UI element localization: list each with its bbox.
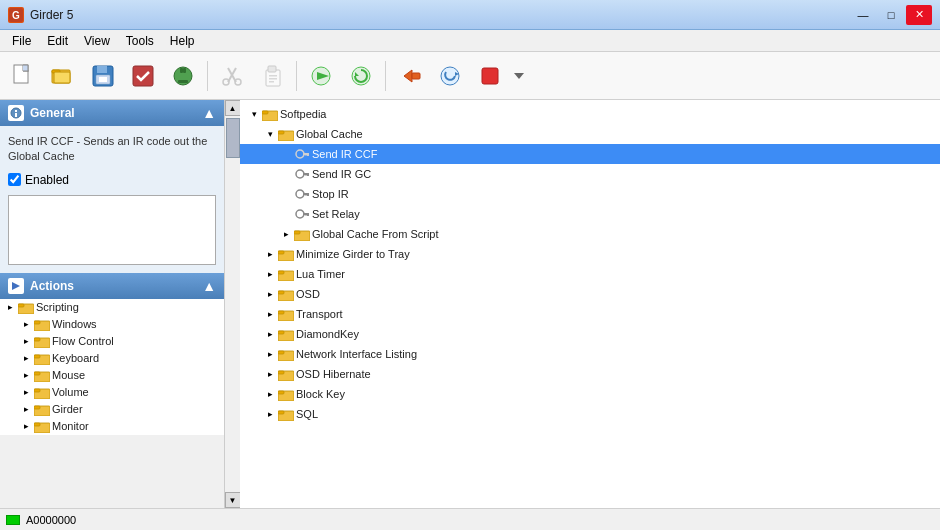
actions-icon [8, 278, 24, 294]
dropdown-button[interactable] [511, 57, 527, 95]
toolbar [0, 52, 940, 100]
expand-global-cache-icon[interactable]: ▾ [264, 128, 276, 140]
expand-gc-script-icon[interactable]: ▸ [280, 228, 292, 240]
general-icon [8, 105, 24, 121]
record-button[interactable] [302, 57, 340, 95]
general-section-header[interactable]: General ▲ [0, 100, 224, 126]
expand-windows-icon[interactable]: ▸ [20, 318, 32, 330]
expand-monitor-icon[interactable]: ▸ [20, 420, 32, 432]
svg-rect-13 [183, 68, 186, 73]
tree-stop-ir-label: Stop IR [312, 188, 349, 200]
save-button[interactable] [84, 57, 122, 95]
tree-gc-script-label: Global Cache From Script [312, 228, 439, 240]
svg-rect-5 [54, 72, 70, 83]
actions-collapse-icon[interactable]: ▲ [202, 278, 216, 294]
tree-sql[interactable]: ▸ SQL [240, 404, 940, 424]
action-scripting[interactable]: ▸ Scripting [0, 299, 224, 316]
tree-global-cache-label: Global Cache [296, 128, 363, 140]
tree-lua-timer[interactable]: ▸ Lua Timer [240, 264, 940, 284]
expand-flow-icon[interactable]: ▸ [20, 335, 32, 347]
expand-girder-icon[interactable]: ▸ [20, 403, 32, 415]
expand-sql-icon[interactable]: ▸ [264, 408, 276, 420]
plugin-button[interactable] [164, 57, 202, 95]
tree-network-interface[interactable]: ▸ Network Interface Listing [240, 344, 940, 364]
expand-lua-icon[interactable]: ▸ [264, 268, 276, 280]
folder-osd-hibernate-icon [278, 368, 294, 381]
menu-bar: File Edit View Tools Help [0, 30, 940, 52]
tree-network-label: Network Interface Listing [296, 348, 417, 360]
svg-rect-93 [278, 411, 284, 414]
action-girder[interactable]: ▸ Girder [0, 401, 224, 418]
stop-button[interactable] [471, 57, 509, 95]
expand-block-key-icon[interactable]: ▸ [264, 388, 276, 400]
scroll-up-button[interactable]: ▲ [225, 100, 241, 116]
folder-keyboard-icon [34, 352, 50, 365]
scroll-thumb[interactable] [226, 118, 240, 158]
window-title: Girder 5 [30, 8, 73, 22]
expand-softpedia-icon[interactable]: ▾ [248, 108, 260, 120]
tree-gc-from-script[interactable]: ▸ Global Cache From Script [240, 224, 940, 244]
back-button[interactable] [391, 57, 429, 95]
tree-softpedia[interactable]: ▾ Softpedia [240, 104, 940, 124]
svg-rect-77 [278, 251, 284, 254]
action-keyboard[interactable]: ▸ Keyboard [0, 350, 224, 367]
tree-send-ir-ccf[interactable]: ▸ Send IR CCF [240, 144, 940, 164]
check-button[interactable] [124, 57, 162, 95]
action-windows[interactable]: ▸ Windows [0, 316, 224, 333]
svg-rect-49 [34, 389, 40, 392]
menu-view[interactable]: View [76, 32, 118, 50]
folder-mouse-icon [34, 369, 50, 382]
menu-tools[interactable]: Tools [118, 32, 162, 50]
action-flow-control[interactable]: ▸ Flow Control [0, 333, 224, 350]
close-button[interactable]: ✕ [906, 5, 932, 25]
tree-softpedia-label: Softpedia [280, 108, 326, 120]
maximize-button[interactable]: □ [878, 5, 904, 25]
expand-mouse-icon[interactable]: ▸ [20, 369, 32, 381]
expand-keyboard-icon[interactable]: ▸ [20, 352, 32, 364]
scroll-down-button[interactable]: ▼ [225, 492, 241, 508]
new-button[interactable] [4, 57, 42, 95]
tree-global-cache[interactable]: ▾ Global Cache [240, 124, 940, 144]
action-monitor[interactable]: ▸ Monitor [0, 418, 224, 435]
tree-transport[interactable]: ▸ Transport [240, 304, 940, 324]
general-collapse-icon[interactable]: ▲ [202, 105, 216, 121]
minimize-button[interactable]: — [850, 5, 876, 25]
expand-diamond-icon[interactable]: ▸ [264, 328, 276, 340]
menu-edit[interactable]: Edit [39, 32, 76, 50]
tree-send-ir-gc[interactable]: ▸ Send IR GC [240, 164, 940, 184]
svg-rect-39 [18, 304, 24, 307]
action-mouse-label: Mouse [52, 369, 85, 381]
expand-network-icon[interactable]: ▸ [264, 348, 276, 360]
refresh-button[interactable] [342, 57, 380, 95]
open-button[interactable] [44, 57, 82, 95]
expand-scripting-icon[interactable]: ▸ [4, 301, 16, 313]
actions-section-header[interactable]: Actions ▲ [0, 273, 224, 299]
tree-minimize-girder[interactable]: ▸ Minimize Girder to Tray [240, 244, 940, 264]
cut-button[interactable] [213, 57, 251, 95]
expand-min-girder-icon[interactable]: ▸ [264, 248, 276, 260]
svg-rect-72 [307, 213, 309, 216]
svg-rect-60 [307, 153, 309, 156]
paste-button[interactable] [253, 57, 291, 95]
nav-refresh-button[interactable] [431, 57, 469, 95]
expand-osd-hibernate-icon[interactable]: ▸ [264, 368, 276, 380]
tree-set-relay[interactable]: ▸ Set Relay [240, 204, 940, 224]
status-text: A0000000 [26, 514, 76, 526]
expand-volume-icon[interactable]: ▸ [20, 386, 32, 398]
folder-min-girder-icon [278, 248, 294, 261]
separator-2 [296, 61, 297, 91]
general-text-area[interactable] [8, 195, 216, 265]
tree-diamond-key[interactable]: ▸ DiamondKey [240, 324, 940, 344]
tree-block-key[interactable]: ▸ Block Key [240, 384, 940, 404]
left-panel: General ▲ Send IR CCF - Sends an IR code… [0, 100, 240, 508]
tree-osd[interactable]: ▸ OSD [240, 284, 940, 304]
expand-transport-icon[interactable]: ▸ [264, 308, 276, 320]
tree-osd-hibernate[interactable]: ▸ OSD Hibernate [240, 364, 940, 384]
tree-stop-ir[interactable]: ▸ Stop IR [240, 184, 940, 204]
enabled-checkbox[interactable] [8, 173, 21, 186]
menu-file[interactable]: File [4, 32, 39, 50]
action-volume[interactable]: ▸ Volume [0, 384, 224, 401]
menu-help[interactable]: Help [162, 32, 203, 50]
expand-osd-icon[interactable]: ▸ [264, 288, 276, 300]
action-mouse[interactable]: ▸ Mouse [0, 367, 224, 384]
